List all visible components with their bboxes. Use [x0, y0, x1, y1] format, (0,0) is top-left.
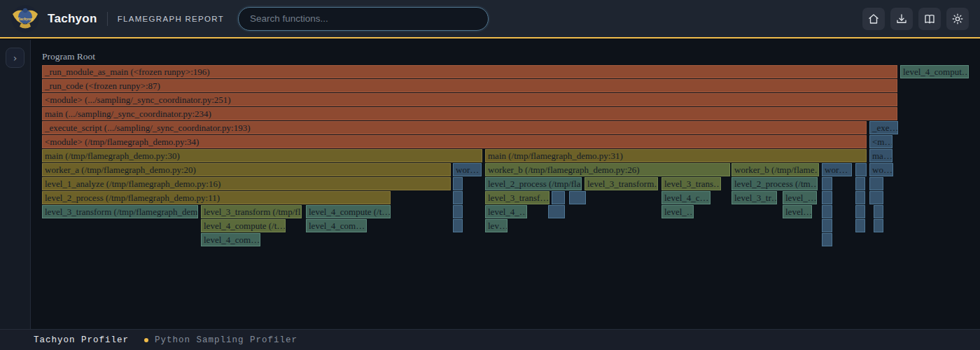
flame-frame[interactable] — [453, 205, 463, 218]
flame-frame[interactable]: _run_code (<frozen runpy>:87) — [42, 79, 897, 92]
book-icon — [923, 13, 936, 25]
flame-frame[interactable]: wor… — [822, 163, 852, 176]
flame-frame[interactable] — [855, 177, 865, 190]
flame-frame[interactable]: <module> (.../sampling/_sync_coordinator… — [42, 93, 897, 106]
svg-text:Tachyon: Tachyon — [18, 16, 34, 21]
flame-frame[interactable] — [822, 233, 832, 246]
flame-frame[interactable] — [855, 219, 865, 232]
flame-frame[interactable]: level_2_process (/tmp/flamegraph_demo.py… — [42, 191, 391, 204]
flame-frame[interactable] — [822, 219, 832, 232]
flame-frame[interactable] — [822, 177, 832, 190]
flame-frame[interactable] — [548, 205, 565, 218]
flame-frame[interactable]: worker_a (/tmp/flamegraph_demo.py:20) — [42, 163, 451, 176]
flame-frame[interactable]: wor… — [453, 163, 482, 176]
flame-frame[interactable]: _execute_script (.../sampling/_sync_coor… — [42, 121, 867, 134]
flame-frame[interactable]: _exe… — [869, 121, 898, 134]
flame-frame[interactable]: level_3_tr… — [732, 191, 777, 204]
flame-frame[interactable]: lev… — [485, 219, 507, 232]
flame-frame[interactable] — [552, 191, 565, 204]
header-divider — [107, 12, 108, 26]
status-app-name: Tachyon Profiler — [34, 335, 129, 345]
flame-frame[interactable]: worker_b (/tmp/flamegraph_demo.py:26) — [485, 163, 730, 176]
flame-frame[interactable]: main (.../sampling/_sync_coordinator.py:… — [42, 107, 897, 120]
flame-frame[interactable] — [869, 177, 883, 190]
home-icon — [867, 13, 880, 25]
flame-frame[interactable]: level_4_compute (/t… — [306, 205, 391, 218]
flame-frame[interactable] — [822, 191, 832, 204]
flame-frame[interactable] — [453, 219, 463, 232]
flame-frame[interactable]: level_4_com… — [306, 219, 367, 232]
flame-frame[interactable]: level_4_com… — [201, 233, 260, 246]
flame-frame[interactable]: level_4_comput… — [900, 65, 969, 78]
flame-frame[interactable] — [453, 191, 463, 204]
flame-frame[interactable]: ma… — [869, 149, 892, 162]
flame-frame[interactable]: level_3_trans… — [662, 177, 721, 190]
flame-frame[interactable] — [874, 219, 883, 232]
flame-frame[interactable]: level… — [783, 205, 812, 218]
flame-frame[interactable]: main (/tmp/flamegraph_demo.py:30) — [42, 149, 482, 162]
flame-frame[interactable] — [822, 205, 832, 218]
sun-icon — [951, 13, 964, 25]
flame-frame[interactable] — [855, 163, 867, 176]
docs-button[interactable] — [918, 8, 941, 30]
collapsed-sidebar: › — [0, 40, 31, 329]
flame-frame[interactable]: level_1_analyze (/tmp/flamegraph_demo.py… — [42, 177, 451, 190]
search-input[interactable] — [238, 7, 489, 31]
flame-frame[interactable] — [855, 191, 865, 204]
home-button[interactable] — [862, 8, 885, 30]
download-icon — [895, 13, 908, 25]
flame-frame[interactable]: level_3_transf… — [485, 191, 550, 204]
app-header: Tachyon Tachyon FLAMEGRAPH REPORT — [0, 0, 980, 38]
status-dot-icon — [144, 338, 148, 342]
tachyon-logo-icon: Tachyon — [11, 5, 39, 33]
status-bar: Tachyon Profiler Python Sampling Profile… — [0, 329, 980, 350]
flame-frame[interactable]: level_4_c… — [662, 191, 710, 204]
flamegraph-canvas[interactable]: Program Root _run_module_as_main (<froze… — [31, 40, 980, 329]
report-type-label: FLAMEGRAPH REPORT — [118, 15, 224, 23]
flame-frame[interactable]: level_4_compute (/t… — [201, 219, 286, 232]
flame-frame[interactable] — [869, 191, 883, 204]
flame-frame[interactable]: main (/tmp/flamegraph_demo.py:31) — [485, 149, 867, 162]
sidebar-expand-button[interactable]: › — [6, 48, 24, 68]
flame-frame[interactable]: level_3_transform… — [584, 177, 658, 190]
flame-frame[interactable] — [453, 177, 463, 190]
flame-frame[interactable]: level_2_process (/tmp/fla… — [485, 177, 582, 190]
flame-frame[interactable] — [874, 205, 883, 218]
flame-frame[interactable]: <module> (/tmp/flamegraph_demo.py:34) — [42, 135, 867, 148]
header-actions — [862, 8, 969, 30]
flame-frame[interactable]: wo… — [869, 163, 893, 176]
flamegraph-root-label: Program Root — [42, 51, 95, 62]
theme-button[interactable] — [946, 8, 969, 30]
flame-frame[interactable]: level_3_transform (/tmp/fl… — [201, 205, 302, 218]
flame-frame[interactable] — [855, 205, 865, 218]
download-button[interactable] — [890, 8, 913, 30]
flame-frame[interactable]: worker_b (/tmp/flame… — [732, 163, 819, 176]
flame-frame[interactable] — [569, 191, 586, 204]
flame-frame[interactable]: level_… — [783, 191, 817, 204]
flame-frame[interactable]: level_4_… — [485, 205, 527, 218]
chevron-right-icon: › — [13, 52, 18, 64]
flame-frame[interactable]: level_… — [662, 205, 694, 218]
app-title: Tachyon — [48, 12, 97, 26]
flame-frame[interactable]: level_2_process (/tm… — [732, 177, 818, 190]
flame-frame[interactable]: <m… — [869, 135, 892, 148]
flame-frame[interactable]: level_3_transform (/tmp/flamegraph_dem… — [42, 205, 198, 218]
status-subtitle: Python Sampling Profiler — [155, 335, 298, 345]
flame-frame[interactable]: _run_module_as_main (<frozen runpy>:196) — [42, 65, 897, 78]
